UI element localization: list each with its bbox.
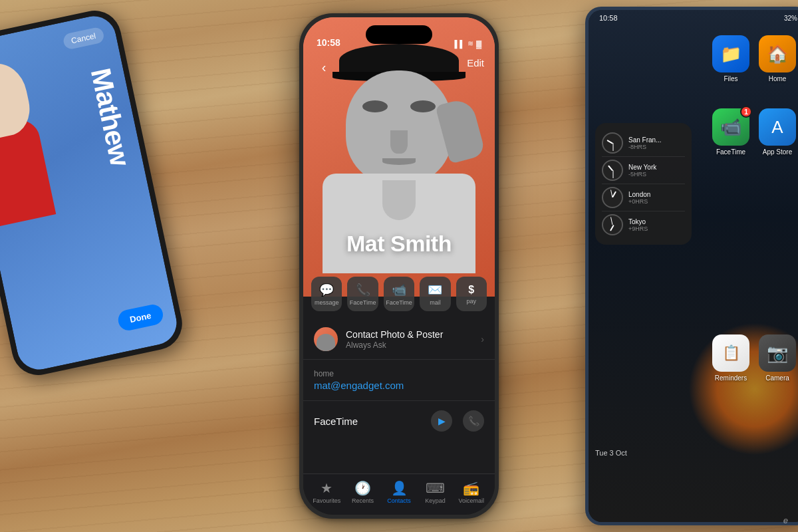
reminders-app-label: Reminders xyxy=(715,374,747,382)
clock-newyork-city: New York xyxy=(628,164,685,171)
facetime-app-label: FaceTime xyxy=(716,148,745,156)
tab-voicemail[interactable]: 📻 Voicemail xyxy=(454,480,489,504)
camera-app-label: Camera xyxy=(765,374,789,382)
voicemail-label: Voicemail xyxy=(459,497,485,504)
pay-button[interactable]: $ pay xyxy=(456,277,487,311)
clock-newyork-info: New York -5HRS xyxy=(628,164,685,178)
facetime-phone-icon: 📞 xyxy=(468,416,479,426)
tab-contacts[interactable]: 👤 Contacts xyxy=(381,480,417,504)
tab-keypad[interactable]: ⌨ Keypad xyxy=(417,480,453,504)
home-app-label: Home xyxy=(769,75,787,82)
contact-info-section: Contact Photo & Poster Always Ask › home… xyxy=(303,319,495,473)
mail-button[interactable]: ✉️ mail xyxy=(420,277,450,311)
dynamic-island xyxy=(366,25,432,44)
clock-newyork-diff: -5HRS xyxy=(628,171,685,178)
app-files-container[interactable]: 📁 Files xyxy=(712,35,749,82)
battery-icon: ▓ xyxy=(476,40,481,48)
facetime-phone-button[interactable]: 📞 xyxy=(463,410,484,432)
poster-avatar-person xyxy=(317,334,335,351)
video-icon: 📹 xyxy=(392,283,406,297)
camera-icon-symbol: 📷 xyxy=(767,343,788,364)
center-phone-inner: 10:58 ▌▌ ≋ ▓ ‹ Edit xyxy=(303,17,495,515)
facetime-icons: ▶ 📞 xyxy=(431,410,484,432)
back-button[interactable]: ‹ xyxy=(314,57,334,77)
tablet-battery: 32% xyxy=(784,15,797,22)
clock-sanfran-diff: -8HRS xyxy=(628,144,685,150)
contacts-icon: 👤 xyxy=(391,480,408,496)
facetime-section: FaceTime ▶ 📞 xyxy=(303,401,495,441)
app-grid-top: 📁 Files 🏠 Home xyxy=(707,30,798,88)
poster-title: Contact Photo & Poster xyxy=(346,329,481,340)
favourites-label: Favourites xyxy=(313,497,340,504)
world-clocks-widget: San Fran... -8HRS New York -5HRS xyxy=(595,123,692,245)
pay-icon: $ xyxy=(468,284,474,296)
wifi-icon: ≋ xyxy=(467,39,473,48)
clock-london: London +0HRS xyxy=(602,184,685,211)
clock-tokyo-diff: +9HRS xyxy=(628,225,685,232)
message-button[interactable]: 💬 message xyxy=(311,277,342,311)
app-home-container[interactable]: 🏠 Home xyxy=(759,35,796,82)
camera-app-icon: 📷 xyxy=(759,334,796,372)
video-button[interactable]: 📹 FaceTime xyxy=(384,277,414,311)
clock-sanfran-city: San Fran... xyxy=(628,136,685,144)
body-hoodie xyxy=(323,174,475,273)
mail-icon: ✉️ xyxy=(428,283,442,297)
app-grid-row2: 📹 1 FaceTime A App Store xyxy=(707,103,798,161)
clock-sanfran-face xyxy=(602,132,623,154)
clock-london-city: London xyxy=(628,191,685,198)
facetime-app-icon: 📹 1 xyxy=(712,108,749,146)
email-value[interactable]: mat@engadget.com xyxy=(314,380,484,391)
poster-subtitle: Always Ask xyxy=(346,340,481,350)
signal-icon: ▌▌ xyxy=(454,40,465,48)
clock-tokyo-hour-hand xyxy=(610,225,614,231)
home-icon-symbol: 🏠 xyxy=(767,44,788,65)
clock-london-diff: +0HRS xyxy=(628,198,685,205)
status-icons: ▌▌ ≋ ▓ xyxy=(454,39,481,48)
app-facetime-container[interactable]: 📹 1 FaceTime xyxy=(712,108,749,156)
clock-newyork: New York -5HRS xyxy=(602,157,685,184)
right-eye xyxy=(410,100,436,112)
tab-recents[interactable]: 🕐 Recents xyxy=(344,480,380,504)
app-camera-container[interactable]: 📷 Camera xyxy=(759,334,796,382)
app-reminders-container[interactable]: 📋 Reminders xyxy=(712,334,749,382)
appstore-icon-symbol: A xyxy=(771,117,783,138)
tab-bar: ★ Favourites 🕐 Recents 👤 Contacts ⌨ Keyp… xyxy=(303,473,495,515)
right-tablet-screen: 10:58 32% 📁 Files 🏠 Home xyxy=(589,10,798,522)
edit-button[interactable]: Edit xyxy=(467,57,484,68)
clock-london-minute-hand xyxy=(610,190,612,198)
facetime-video-icon: ▶ xyxy=(438,416,446,426)
files-app-label: Files xyxy=(724,75,737,82)
right-tablet: 10:58 32% 📁 Files 🏠 Home xyxy=(585,7,798,525)
contact-name-text: Mat Smith xyxy=(303,231,495,257)
recents-label: Recents xyxy=(352,497,374,504)
email-label: home xyxy=(314,369,484,378)
facetime-video-button[interactable]: ▶ xyxy=(431,410,452,432)
facetime-label: FaceTime xyxy=(314,416,431,427)
nose xyxy=(390,130,408,154)
files-app-icon: 📁 xyxy=(712,35,749,72)
reminders-icon-symbol: 📋 xyxy=(722,344,740,362)
clock-tokyo-minute-hand xyxy=(610,217,612,225)
clock-sanfran-minute-hand xyxy=(613,143,614,151)
clock-newyork-minute-hand xyxy=(613,170,614,178)
clock-london-face xyxy=(602,187,623,208)
clock-newyork-face xyxy=(602,160,623,181)
hoodie-pocket xyxy=(382,180,416,220)
clock-tokyo-city: Tokyo xyxy=(628,218,685,225)
files-icon-symbol: 📁 xyxy=(720,44,741,65)
voicemail-icon: 📻 xyxy=(463,480,479,496)
phone-button[interactable]: 📞 FaceTime xyxy=(347,277,378,311)
message-icon: 💬 xyxy=(319,283,334,297)
contact-photo-poster-row[interactable]: Contact Photo & Poster Always Ask › xyxy=(303,319,495,360)
poster-chevron-icon: › xyxy=(481,334,484,344)
phone-icon: 📞 xyxy=(356,283,370,297)
tablet-status-bar: 10:58 32% xyxy=(589,10,798,26)
left-eye xyxy=(362,100,388,112)
facetime-icon-symbol: 📹 xyxy=(720,117,741,138)
tab-favourites[interactable]: ★ Favourites xyxy=(309,480,344,504)
engadget-watermark: e xyxy=(783,515,788,525)
clock-tokyo-face xyxy=(602,214,623,235)
poster-avatar xyxy=(314,327,338,351)
mouth xyxy=(382,158,416,165)
app-appstore-container[interactable]: A App Store xyxy=(759,108,796,156)
